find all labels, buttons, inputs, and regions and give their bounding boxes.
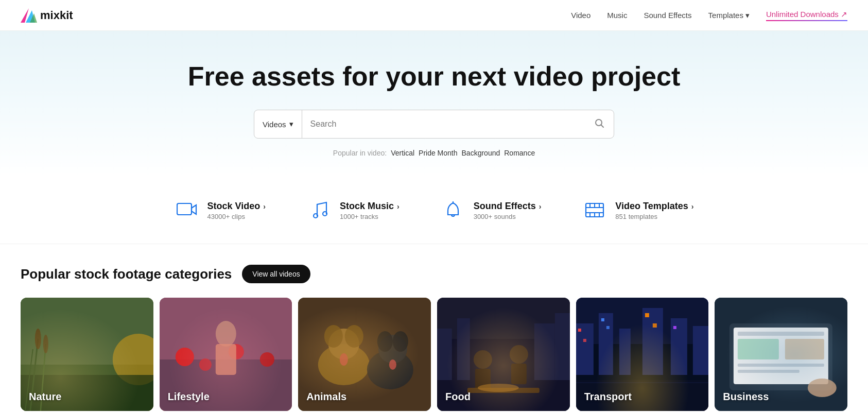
svg-rect-28 — [160, 359, 292, 411]
svg-point-42 — [377, 331, 393, 352]
svg-rect-66 — [578, 329, 581, 332]
stock-music-subtitle: 1000+ tracks — [340, 213, 400, 220]
chevron-icon: › — [539, 202, 542, 211]
svg-rect-49 — [457, 318, 470, 380]
svg-point-26 — [43, 335, 48, 353]
svg-point-37 — [328, 329, 359, 359]
view-all-button[interactable]: View all videos — [242, 265, 310, 283]
svg-point-29 — [175, 348, 194, 366]
svg-point-36 — [318, 344, 370, 385]
svg-point-38 — [324, 325, 343, 348]
svg-rect-78 — [738, 332, 824, 336]
category-card-nature[interactable]: Nature — [21, 298, 153, 411]
food-label: Food — [445, 391, 471, 403]
video-icon — [175, 198, 199, 223]
svg-rect-68 — [601, 318, 604, 321]
tag-vertical[interactable]: Vertical — [391, 149, 414, 157]
section-links: Stock Video › 43000+ clips Stock Music ›… — [0, 178, 868, 244]
svg-point-57 — [478, 384, 519, 392]
svg-rect-69 — [606, 326, 609, 329]
navbar: mixkit Video Music Sound Effects Templat… — [0, 0, 868, 31]
bell-icon — [441, 198, 465, 223]
tag-pride-month[interactable]: Pride Month — [419, 149, 457, 157]
chevron-down-icon: ▾ — [745, 11, 750, 20]
section-link-sound-effects[interactable]: Sound Effects › 3000+ sounds — [441, 198, 542, 223]
category-card-lifestyle[interactable]: Lifestyle — [160, 298, 292, 411]
logo[interactable]: mixkit — [21, 8, 73, 23]
svg-rect-65 — [692, 326, 708, 375]
search-bar: Videos ▾ — [254, 110, 614, 139]
search-submit-button[interactable] — [585, 118, 614, 130]
svg-rect-5 — [177, 203, 192, 215]
search-type-selector[interactable]: Videos ▾ — [254, 110, 302, 138]
animals-label: Animals — [306, 391, 346, 403]
categories-title: Popular stock footage categories — [21, 266, 232, 282]
popular-tags: Popular in video: Vertical Pride Month B… — [10, 149, 858, 157]
search-type-label: Videos — [263, 120, 286, 129]
svg-point-33 — [215, 321, 236, 347]
category-card-food[interactable]: Food — [437, 298, 570, 411]
nav-templates[interactable]: Templates ▾ — [708, 11, 750, 20]
lifestyle-label: Lifestyle — [168, 391, 210, 403]
section-link-stock-music[interactable]: Stock Music › 1000+ tracks — [307, 198, 400, 223]
svg-point-25 — [35, 329, 41, 349]
section-link-stock-video[interactable]: Stock Video › 43000+ clips — [175, 198, 266, 223]
svg-rect-67 — [583, 339, 586, 342]
svg-point-39 — [345, 325, 363, 348]
stock-video-title: Stock Video › — [207, 201, 266, 212]
video-templates-title: Video Templates › — [615, 201, 693, 212]
nav-music[interactable]: Music — [607, 11, 627, 20]
svg-point-54 — [510, 345, 528, 364]
nav-links: Video Music Sound Effects Templates ▾ Un… — [571, 10, 847, 21]
svg-rect-51 — [555, 313, 570, 380]
svg-rect-76 — [730, 323, 832, 390]
chevron-icon: › — [691, 202, 694, 211]
svg-point-41 — [378, 335, 407, 364]
category-grid: Nature Lifestyle — [21, 298, 847, 411]
section-link-video-templates[interactable]: Video Templates › 851 templates — [582, 198, 693, 223]
svg-point-84 — [808, 379, 837, 397]
hero-section: Free assets for your next video project … — [0, 31, 868, 178]
svg-rect-70 — [645, 313, 649, 317]
tag-romance[interactable]: Romance — [504, 149, 535, 157]
stock-video-subtitle: 43000+ clips — [207, 213, 266, 220]
svg-rect-82 — [738, 370, 800, 373]
video-templates-subtitle: 851 templates — [615, 213, 693, 220]
svg-rect-63 — [642, 308, 663, 375]
svg-point-44 — [340, 353, 348, 366]
chevron-icon: › — [263, 202, 266, 211]
svg-rect-19 — [21, 365, 153, 411]
transport-label: Transport — [584, 391, 632, 403]
film-icon — [582, 198, 607, 223]
svg-rect-81 — [738, 364, 824, 367]
category-card-business[interactable]: Business — [715, 298, 847, 411]
svg-rect-55 — [511, 364, 527, 384]
nav-unlimited[interactable]: Unlimited Downloads ↗ — [766, 10, 847, 21]
svg-rect-50 — [534, 323, 555, 380]
svg-rect-79 — [738, 339, 779, 359]
svg-rect-77 — [734, 328, 828, 384]
svg-point-43 — [393, 331, 408, 352]
svg-rect-80 — [785, 339, 824, 359]
svg-rect-64 — [670, 318, 687, 375]
category-card-animals[interactable]: Animals — [298, 298, 431, 411]
music-icon — [307, 198, 332, 223]
business-label: Business — [723, 391, 769, 403]
svg-point-32 — [199, 358, 211, 371]
svg-point-20 — [113, 334, 153, 385]
svg-rect-61 — [598, 313, 613, 375]
category-card-transport[interactable]: Transport — [576, 298, 709, 411]
svg-rect-60 — [576, 323, 594, 375]
stock-music-title: Stock Music › — [340, 201, 400, 212]
nav-sound-effects[interactable]: Sound Effects — [644, 11, 691, 20]
svg-rect-56 — [467, 388, 540, 393]
search-input[interactable] — [302, 119, 585, 129]
tag-background[interactable]: Background — [462, 149, 500, 157]
svg-rect-34 — [215, 344, 236, 375]
svg-point-40 — [367, 350, 413, 389]
nav-video[interactable]: Video — [571, 11, 591, 20]
categories-section: Popular stock footage categories View al… — [0, 244, 868, 412]
dropdown-arrow-icon: ▾ — [289, 119, 293, 129]
svg-line-4 — [601, 125, 604, 128]
sound-effects-title: Sound Effects › — [474, 201, 542, 212]
